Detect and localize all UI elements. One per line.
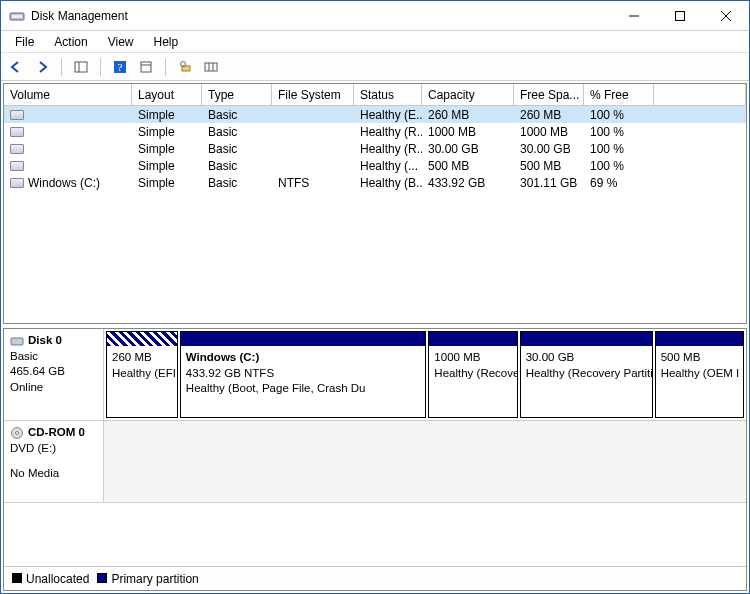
partition[interactable]: 1000 MBHealthy (Recove: [428, 331, 517, 418]
volume-icon: [10, 110, 24, 120]
menu-view[interactable]: View: [98, 33, 144, 51]
disk-label-line: DVD (E:): [10, 441, 97, 457]
volume-cell: [272, 140, 354, 157]
menubar: File Action View Help: [1, 31, 749, 53]
volume-cell: 260 MB: [514, 106, 584, 123]
partition-status: Healthy (EFI: [112, 366, 172, 382]
volume-cell: [654, 140, 746, 157]
volume-list: Volume Layout Type File System Status Ca…: [3, 83, 747, 324]
app-icon: [9, 8, 25, 24]
col-extra[interactable]: [654, 84, 746, 106]
minimize-button[interactable]: [611, 1, 657, 31]
disk-icon: [10, 334, 24, 348]
window-controls: [611, 1, 749, 31]
disk-label-line: Online: [10, 380, 97, 396]
volume-cell: [654, 106, 746, 123]
col-filesystem[interactable]: File System: [272, 84, 354, 106]
partition[interactable]: 30.00 GBHealthy (Recovery Partitio: [520, 331, 653, 418]
disk-partitions: [104, 421, 746, 502]
volume-cell: 301.11 GB: [514, 174, 584, 191]
disk-map-canvas[interactable]: Disk 0Basic465.64 GBOnline260 MBHealthy …: [4, 329, 746, 566]
volume-row[interactable]: SimpleBasicHealthy (R...1000 MB1000 MB10…: [4, 123, 746, 140]
partition-text: 260 MBHealthy (EFI: [107, 346, 177, 385]
volume-row[interactable]: Windows (C:)SimpleBasicNTFSHealthy (B...…: [4, 174, 746, 191]
titlebar: Disk Management: [1, 1, 749, 31]
disk-label[interactable]: CD-ROM 0DVD (E:)No Media: [4, 421, 104, 502]
partition-bar: [181, 332, 426, 346]
volume-row[interactable]: SimpleBasicHealthy (...500 MB500 MB100 %: [4, 157, 746, 174]
volume-row[interactable]: SimpleBasicHealthy (E...260 MB260 MB100 …: [4, 106, 746, 123]
primary-swatch-icon: [97, 573, 107, 583]
volume-cell: Simple: [132, 123, 202, 140]
volume-cell: Healthy (R...: [354, 140, 422, 157]
disk-label-line: 465.64 GB: [10, 364, 97, 380]
volume-cell: Healthy (R...: [354, 123, 422, 140]
close-button[interactable]: [703, 1, 749, 31]
volume-cell: Healthy (B...: [354, 174, 422, 191]
help-icon[interactable]: ?: [109, 56, 131, 78]
volume-cell: [654, 123, 746, 140]
col-capacity[interactable]: Capacity: [422, 84, 514, 106]
svg-rect-6: [75, 62, 87, 72]
partition-text: 30.00 GBHealthy (Recovery Partitio: [521, 346, 652, 385]
refresh-icon[interactable]: [174, 56, 196, 78]
menu-help[interactable]: Help: [144, 33, 189, 51]
volume-cell: 100 %: [584, 140, 654, 157]
volume-cell: 1000 MB: [422, 123, 514, 140]
partition-size: 433.92 GB NTFS: [186, 366, 421, 382]
toolbar: ?: [1, 53, 749, 81]
volume-name: Windows (C:): [28, 176, 100, 190]
svg-text:?: ?: [118, 61, 123, 73]
col-layout[interactable]: Layout: [132, 84, 202, 106]
partition-bar: [107, 332, 177, 346]
partition-bar: [656, 332, 743, 346]
legend-unallocated: Unallocated: [12, 572, 89, 586]
menu-file[interactable]: File: [5, 33, 44, 51]
volume-cell: Healthy (E...: [354, 106, 422, 123]
col-type[interactable]: Type: [202, 84, 272, 106]
back-icon[interactable]: [5, 56, 27, 78]
volume-list-header: Volume Layout Type File System Status Ca…: [4, 84, 746, 106]
volume-row[interactable]: SimpleBasicHealthy (R...30.00 GB30.00 GB…: [4, 140, 746, 157]
partition-status: Healthy (Recovery Partitio: [526, 366, 647, 382]
disk-label[interactable]: Disk 0Basic465.64 GBOnline: [4, 329, 104, 420]
panes-icon[interactable]: [70, 56, 92, 78]
legend-primary-label: Primary partition: [111, 572, 198, 586]
legend: Unallocated Primary partition: [4, 566, 746, 590]
volume-cell: 1000 MB: [514, 123, 584, 140]
partition-bar: [429, 332, 516, 346]
col-pctfree[interactable]: % Free: [584, 84, 654, 106]
properties-icon[interactable]: [135, 56, 157, 78]
partition-text: Windows (C:)433.92 GB NTFSHealthy (Boot,…: [181, 346, 426, 401]
maximize-button[interactable]: [657, 1, 703, 31]
partition[interactable]: Windows (C:)433.92 GB NTFSHealthy (Boot,…: [180, 331, 427, 418]
partition[interactable]: 260 MBHealthy (EFI: [106, 331, 178, 418]
volume-cell: 100 %: [584, 123, 654, 140]
partition[interactable]: 500 MBHealthy (OEM I: [655, 331, 744, 418]
svg-rect-1: [12, 15, 22, 18]
svg-rect-3: [676, 11, 685, 20]
volume-cell: [4, 157, 132, 174]
forward-icon[interactable]: [31, 56, 53, 78]
volume-cell: Basic: [202, 123, 272, 140]
volume-cell: 500 MB: [514, 157, 584, 174]
volume-list-body[interactable]: SimpleBasicHealthy (E...260 MB260 MB100 …: [4, 106, 746, 323]
disk-row[interactable]: Disk 0Basic465.64 GBOnline260 MBHealthy …: [4, 329, 746, 421]
menu-action[interactable]: Action: [44, 33, 97, 51]
volume-cell: Simple: [132, 174, 202, 191]
col-freespace[interactable]: Free Spa...: [514, 84, 584, 106]
partition-status: Healthy (Boot, Page File, Crash Du: [186, 381, 421, 397]
columns-icon[interactable]: [200, 56, 222, 78]
partition-text: 1000 MBHealthy (Recove: [429, 346, 516, 385]
disk-label-line: No Media: [10, 466, 97, 482]
col-status[interactable]: Status: [354, 84, 422, 106]
volume-cell: 69 %: [584, 174, 654, 191]
volume-cell: 433.92 GB: [422, 174, 514, 191]
volume-cell: Basic: [202, 140, 272, 157]
partition-size: 260 MB: [112, 350, 172, 366]
volume-cell: Simple: [132, 140, 202, 157]
svg-rect-14: [205, 63, 217, 71]
volume-cell: [654, 157, 746, 174]
disk-row[interactable]: CD-ROM 0DVD (E:)No Media: [4, 421, 746, 503]
col-volume[interactable]: Volume: [4, 84, 132, 106]
